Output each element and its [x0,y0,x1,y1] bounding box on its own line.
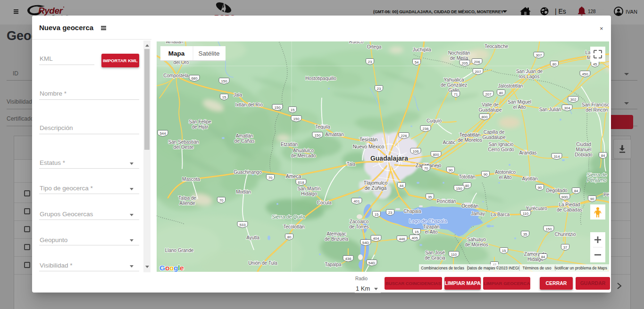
svg-text:Ciudad: Ciudad [576,142,591,147]
svg-text:Juchipila: Juchipila [413,47,431,52]
svg-text:de Cañas: de Cañas [234,138,255,144]
svg-text:de Mercado: de Mercado [291,153,316,158]
svg-text:de Gracia: de Gracia [425,255,445,260]
svg-text:Guadalupe: Guadalupe [483,135,506,140]
svg-text:San Felipe: San Felipe [189,119,211,124]
svg-text:800: 800 [481,115,488,119]
svg-text:205: 205 [461,61,468,65]
svg-text:45: 45 [593,62,597,66]
svg-text:Tesistán: Tesistán [360,137,378,142]
svg-text:Manuel: Manuel [576,147,592,152]
svg-text:Nochistlán: Nochistlán [448,50,470,56]
svg-text:Satélite: Satélite [198,50,219,57]
svg-text:Tizapán: Tizapán [423,224,439,229]
svg-text:Compostela: Compostela [163,73,189,78]
svg-text:Zacoalco: Zacoalco [350,219,369,224]
svg-text:Términos de uso: Términos de uso [523,266,552,270]
svg-text:Tototlán: Tototlán [459,174,475,179]
svg-text:Ixtlán del Río: Ixtlán del Río [235,102,263,107]
svg-text:Cocula: Cocula [317,200,332,205]
svg-text:de Hijar: de Hijar [192,124,209,130]
svg-text:o: o [169,264,174,272]
svg-text:Datos de mapas ©2023 INEGI: Datos de mapas ©2023 INEGI [467,266,519,270]
svg-text:el Alto: el Alto [425,229,438,235]
svg-text:de Zúñiga: de Zúñiga [365,185,387,191]
svg-text:de Torres: de Torres [349,224,369,229]
svg-text:Jala: Jala [234,92,243,98]
svg-text:Amatlán: Amatlán [236,133,253,138]
svg-text:150: 150 [314,133,321,138]
svg-text:110: 110 [523,211,529,216]
svg-text:el Alto: el Alto [499,175,512,180]
svg-text:304: 304 [564,106,570,110]
svg-text:Lago de Chapala: Lago de Chapala [409,218,447,224]
svg-text:44: 44 [400,184,404,188]
svg-text:70: 70 [219,198,224,203]
svg-text:San Juan de: San Juan de [516,69,543,74]
svg-text:Guachinango: Guachinango [234,170,262,175]
svg-text:206: 206 [474,60,480,64]
svg-text:Hidalgo: Hidalgo [301,191,317,196]
svg-text:Mixtlán: Mixtlán [236,189,251,195]
svg-text:84: 84 [601,154,605,158]
svg-text:San Sebastián: San Sebastián [168,139,199,145]
svg-text:80: 80 [287,235,292,239]
svg-text:Guadalajara: Guadalajara [370,154,408,162]
svg-text:San Francisco: San Francisco [582,102,609,107]
svg-text:84: 84 [574,189,578,193]
svg-text:Notificar un problema de Maps: Notificar un problema de Maps [554,266,607,270]
svg-text:71: 71 [454,92,458,97]
svg-text:307: 307 [535,53,542,57]
svg-text:450: 450 [582,72,588,76]
svg-text:150: 150 [274,106,281,110]
svg-text:Tequila: Tequila [315,124,330,130]
svg-text:Jalostotitlán: Jalostotitlán [498,83,523,89]
svg-text:Ahualulco: Ahualulco [293,148,314,153]
svg-text:o: o [165,264,169,272]
svg-text:de Morelos: de Morelos [458,137,482,143]
svg-text:del Oeste: del Oeste [174,145,194,150]
svg-text:Jamay: Jamay [471,211,485,216]
svg-text:Pénjamo: Pénjamo [587,177,607,183]
svg-text:70: 70 [268,176,273,180]
svg-text:90: 90 [538,186,542,190]
svg-text:23: 23 [388,211,393,215]
svg-text:Cerro Gordo: Cerro Gordo [488,147,514,152]
svg-text:Talpa de: Talpa de [178,195,196,201]
svg-text:70: 70 [424,166,428,171]
svg-text:84: 84 [541,255,545,259]
svg-text:23: 23 [368,60,372,64]
svg-text:Ruisco: Ruisco [349,41,364,44]
svg-text:Sierra de Quila: Sierra de Quila [272,214,305,220]
svg-text:Tecolotlán: Tecolotlán [283,224,304,229]
svg-text:Cuquío: Cuquío [427,118,442,123]
svg-text:La Barca: La Barca [491,212,510,217]
svg-text:de González: de González [441,82,467,88]
svg-text:del Rincón: del Rincón [585,107,608,113]
svg-text:302: 302 [570,98,576,102]
svg-text:680: 680 [191,76,198,81]
svg-text:226: 226 [401,134,407,138]
svg-text:el Alto: el Alto [513,105,526,110]
svg-text:Mapa: Mapa [168,50,185,57]
svg-text:Valle de: Valle de [482,102,499,107]
svg-text:Ocotlán: Ocotlán [461,203,478,209]
svg-text:544: 544 [159,131,166,136]
svg-text:La Piedad: La Piedad [559,202,580,207]
svg-text:207: 207 [475,70,481,74]
svg-text:Allende: Allende [179,201,195,206]
svg-text:Llano Grande: Llano Grande [165,248,194,253]
svg-text:de Cabadas: de Cabadas [557,207,582,212]
svg-text:35: 35 [428,195,432,199]
svg-text:Amatlán: Amatlán [166,41,184,44]
svg-text:Teocaltiche: Teocaltiche [485,44,508,49]
svg-text:Ayutla: Ayutla [246,235,259,240]
svg-text:207: 207 [485,92,491,97]
svg-text:15: 15 [502,249,506,253]
svg-text:Sahuayo: Sahuayo [467,237,486,242]
svg-text:Mascota: Mascota [182,177,200,182]
svg-text:Guadalupe: Guadalupe [479,107,502,113]
svg-text:San José: San José [425,250,445,255]
svg-text:236: 236 [422,127,428,131]
svg-text:446: 446 [399,237,405,241]
